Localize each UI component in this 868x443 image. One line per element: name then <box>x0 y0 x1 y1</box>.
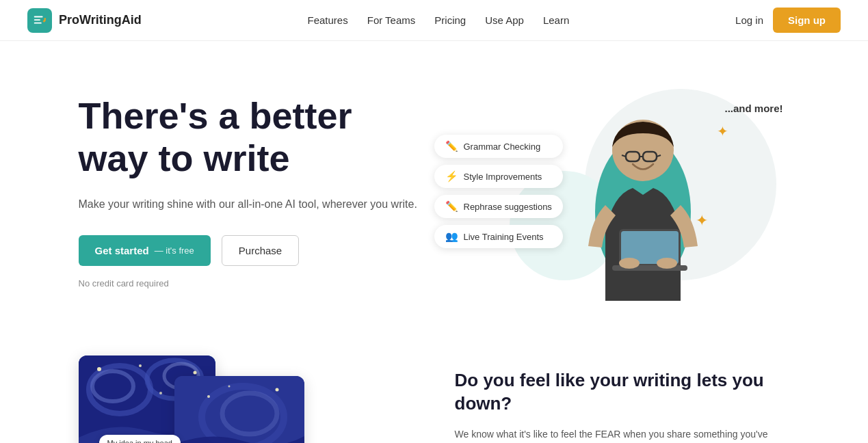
section2-title: Do you feel like your writing lets you d… <box>455 369 790 416</box>
nav-item-learn[interactable]: Learn <box>543 14 569 26</box>
image-card-secondary <box>174 376 304 443</box>
svg-point-28 <box>207 395 210 398</box>
svg-rect-2 <box>34 22 42 23</box>
grammar-icon: ✏️ <box>445 140 458 152</box>
pill-grammar: ✏️ Grammar Checking <box>434 135 563 158</box>
pill-rephrase: ✏️ Rephrase suggestions <box>434 195 563 218</box>
hero-section: There's a better way to write Make your … <box>24 41 845 328</box>
purchase-button[interactable]: Purchase <box>222 235 299 266</box>
thought-bubble: My idea in my head <box>99 435 181 443</box>
nav-item-pricing[interactable]: Pricing <box>434 14 466 26</box>
svg-point-14 <box>619 258 640 269</box>
nav-item-use-app[interactable]: Use App <box>485 14 524 26</box>
plus-icon: ✦ <box>696 212 708 230</box>
pill-training: 👥 Live Training Events <box>434 225 563 248</box>
section2-images: My idea in my head <box>79 355 414 443</box>
star-icon-1: ✦ <box>717 123 728 139</box>
svg-point-29 <box>275 388 278 392</box>
hero-buttons: Get started — it's free Purchase <box>79 235 421 266</box>
hero-title: There's a better way to write <box>79 94 421 179</box>
and-more-label: ...and more! <box>724 103 782 114</box>
nav-item-for-teams[interactable]: For Teams <box>367 14 416 26</box>
nav-actions: Log in Sign up <box>735 8 841 33</box>
pill-style: ⚡ Style Improvements <box>434 165 563 188</box>
logo-icon <box>27 8 52 33</box>
hero-right: ...and more! ✦ ✏️ Grammar Checking ⚡ Sty… <box>448 82 790 301</box>
section2: My idea in my head Do you feel like your… <box>0 328 868 443</box>
svg-point-23 <box>193 371 196 375</box>
hero-left: There's a better way to write Make your … <box>79 94 421 288</box>
nav-links: Features For Teams Pricing Use App Learn <box>308 14 570 27</box>
svg-point-22 <box>139 364 142 367</box>
svg-rect-1 <box>34 19 40 21</box>
brand-name: ProWritingAid <box>59 13 142 27</box>
free-label: — it's free <box>155 245 194 256</box>
training-icon: 👥 <box>445 230 458 243</box>
svg-point-30 <box>228 386 230 388</box>
section2-description: We know what it's like to feel the FEAR … <box>455 427 790 443</box>
svg-point-3 <box>44 18 46 20</box>
signup-button[interactable]: Sign up <box>773 8 841 33</box>
rephrase-icon: ✏️ <box>445 200 458 213</box>
svg-point-24 <box>159 392 162 394</box>
section2-text: Do you feel like your writing lets you d… <box>455 355 790 443</box>
logo-link[interactable]: ProWritingAid <box>27 8 142 33</box>
login-button[interactable]: Log in <box>735 14 763 26</box>
svg-point-21 <box>97 367 101 371</box>
svg-rect-0 <box>34 16 43 17</box>
svg-point-15 <box>657 258 677 269</box>
hero-subtitle: Make your writing shine with our all-in-… <box>79 196 421 213</box>
nav-item-features[interactable]: Features <box>308 14 348 26</box>
style-icon: ⚡ <box>445 170 458 183</box>
get-started-button[interactable]: Get started — it's free <box>79 235 211 266</box>
section2-inner: My idea in my head Do you feel like your… <box>24 328 845 443</box>
no-credit-text: No credit card required <box>79 278 421 288</box>
feature-pills: ✏️ Grammar Checking ⚡ Style Improvements… <box>434 135 563 248</box>
navbar: ProWritingAid Features For Teams Pricing… <box>0 0 868 41</box>
